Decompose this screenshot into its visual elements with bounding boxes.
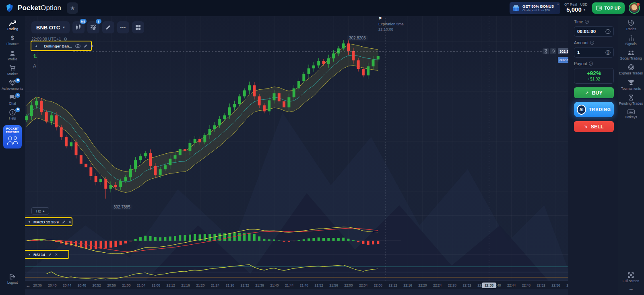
bollinger-indicator-chip[interactable]: ◂ Bollinger Ban... × [31,41,91,50]
time-label-row: Time ? [574,19,614,24]
sidebar-item-achievements[interactable]: Achievements [0,80,25,91]
macd-indicator-chip[interactable]: ▾ MACD 12 26 9 × [25,218,72,225]
ai-trading-button[interactable]: AI TRADING [574,102,614,117]
time-tick: 22:20 [416,283,429,287]
rail-item-signals[interactable]: Signals [618,35,644,46]
time-tick: 21:36 [253,283,266,287]
pocket-option-app: PocketOption ★ GET 50% BONUS On deposit … [0,0,644,295]
friends-icon [6,135,19,146]
text-tool-icon[interactable]: A [33,63,36,69]
price-alert-bell-button[interactable] [550,48,556,54]
time-tick: 22:12 [386,283,400,287]
timeframe-chip[interactable]: H2 ▴ [31,207,49,215]
sidebar-item-trading[interactable]: Trading [0,20,25,31]
favorite-star-button[interactable]: ★ [67,2,78,14]
time-axis[interactable]: ← 22:38 220:3620:4020:4420:4820:5220:562… [25,281,618,289]
pocket-friends-card[interactable]: POCKET FRIENDS [3,125,22,149]
layout-grid-button[interactable] [132,21,144,33]
info-icon[interactable]: ? [585,20,589,24]
question-icon: ? [9,109,16,116]
rail-item-label: Social Trading [620,57,642,61]
rail-item-label: Trades [625,27,636,31]
rail-item-social-trading[interactable]: Social Trading [618,50,644,61]
rail-item-pending-trades[interactable]: Pending Trades [618,95,644,106]
sidebar-item-market[interactable]: Market [0,65,25,76]
top-up-button[interactable]: TOP UP [592,2,625,14]
candlestick-chart[interactable] [25,16,618,281]
collapse-left-icon[interactable]: ◂ [35,44,40,48]
indicators-count-badge: 3 [96,19,101,24]
bullseye-icon [628,64,634,70]
edit-pencil-icon[interactable] [84,44,88,48]
rail-item-trades[interactable]: Trades [618,20,644,31]
payout-amount: +$1.92 [574,77,613,81]
info-icon[interactable]: ? [589,62,593,66]
sidebar-item-logout[interactable]: Logout [0,274,25,285]
time-tick: 22:24 [431,283,444,287]
buy-label: BUY [592,90,602,96]
rail-item-tournaments[interactable]: Tournaments [618,79,644,91]
sidebar-item-label: Profile [8,58,17,61]
edit-pencil-icon[interactable] [62,220,66,224]
ai-trading-label: TRADING [589,107,611,112]
time-tick: 21:32 [238,283,252,287]
svg-text:?: ? [11,111,14,115]
expiration-time-input[interactable]: 00:01:00 [574,26,614,37]
time-tick: 22:52 [534,283,548,287]
drawing-tools-button[interactable] [102,21,114,33]
close-icon[interactable]: × [91,44,93,48]
fullscreen-button[interactable]: Full screen [618,272,644,283]
hourglass-icon [629,95,634,101]
countdown-hourglass-button[interactable] [543,48,549,54]
bonus-banner[interactable]: GET 50% BONUS On deposit from $50 × [510,2,560,14]
rail-item-hotkeys[interactable]: Hotkeys [618,109,644,120]
candlestick-icon [75,24,82,31]
indicators-button[interactable]: 3 [87,21,99,33]
bonus-text: GET 50% BONUS On deposit from $50 [522,4,554,12]
amount-input[interactable]: 1 $ [574,47,614,58]
sidebar-item-label: Trading [7,27,19,31]
buy-button[interactable]: ↗ BUY [574,87,614,98]
rsi-indicator-chip[interactable]: ▾ RSI 14 × [25,251,68,258]
time-tick: 21:24 [208,283,222,287]
sidebar-item-label: Chat [9,102,16,105]
arrow-up-right-icon: ↗ [585,91,588,95]
bonus-close-icon[interactable]: × [557,2,559,6]
chevron-down-icon: ▾ [63,25,65,29]
edit-pencil-icon[interactable] [48,253,52,256]
notification-bell-badge [15,107,20,112]
eye-icon[interactable] [75,44,80,48]
sidebar-item-chat[interactable]: 6 Chat [0,95,25,105]
flag-icon[interactable]: ⚑ [378,16,404,21]
scroll-right-icon[interactable]: → [628,286,634,292]
logo[interactable]: PocketOption [0,3,61,13]
rail-item-express-trades[interactable]: Express Trades [618,64,644,76]
star-icon: ★ [70,5,75,11]
chevron-down-icon[interactable]: ▾ [29,253,30,256]
payout-box: +92% +$1.92 [574,68,614,84]
close-icon[interactable]: × [69,220,71,224]
keyboard-icon [627,109,635,114]
asset-selector[interactable]: BNB OTC ▾ [31,21,70,33]
info-icon[interactable]: ? [590,41,594,45]
time-tick: 20:36 [31,283,44,287]
sell-button[interactable]: ↘ SELL [574,121,614,132]
sidebar-item-profile[interactable]: Profile [0,50,25,61]
time-tick: 22:04 [357,283,370,287]
bonus-subtitle: On deposit from $50 [522,8,554,12]
rail-item-label: Express Trades [619,72,643,76]
sidebar-item-help[interactable]: ? Help [0,109,25,120]
sidebar-item-finance[interactable]: $ Finance [0,35,25,46]
svg-text:$: $ [11,35,14,41]
chart-type-button[interactable]: M1 [72,21,85,33]
avatar[interactable] [629,2,640,14]
ai-icon: AI [577,105,586,115]
bell-icon [551,50,555,54]
expiration-time-value: 00:01:00 [577,29,605,34]
chevron-down-icon[interactable]: ▾ [29,220,30,224]
close-icon[interactable]: × [55,252,58,257]
account-selector[interactable]: QT Real USD 5,000 ▾ [564,3,587,13]
sidebar-item-label: Help [9,117,16,120]
more-tools-button[interactable]: ••• [117,21,129,33]
scale-tool-icon[interactable]: ⇅ [33,53,37,59]
